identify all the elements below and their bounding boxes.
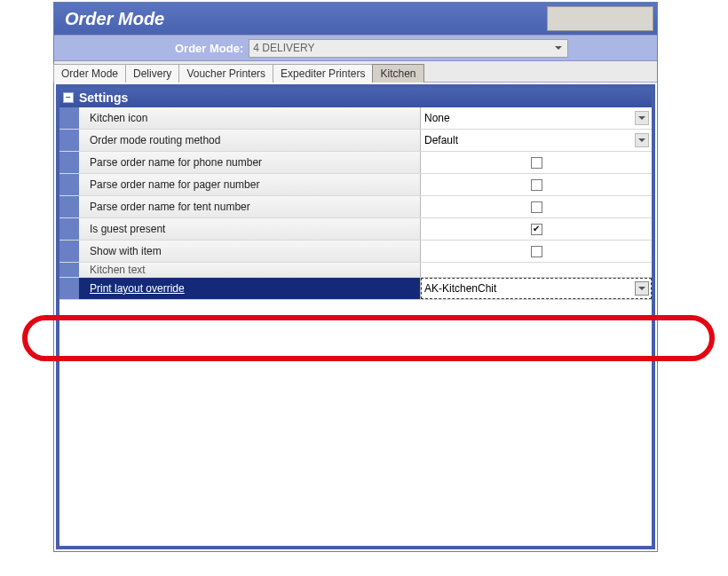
order-mode-label: Order Mode: (175, 42, 243, 55)
row-gutter (59, 218, 79, 240)
value-print-layout-override[interactable]: AK-KitchenChit (421, 278, 652, 299)
label-show-with-item: Show with item (79, 241, 421, 262)
label-routing-method: Order mode routing method (79, 130, 421, 151)
row-kitchen-text: Kitchen text (59, 263, 652, 278)
window-title: Order Mode (65, 9, 164, 29)
chevron-down-icon (635, 133, 649, 147)
order-mode-value: 4 DELIVERY (253, 42, 314, 54)
row-gutter (59, 241, 79, 262)
tab-order-mode[interactable]: Order Mode (53, 64, 126, 83)
tab-row: Order Mode Delivery Voucher Printers Exp… (54, 61, 657, 83)
checkbox-parse-phone[interactable] (531, 157, 542, 169)
value-routing-method[interactable]: Default (421, 130, 652, 151)
value-parse-pager[interactable] (421, 174, 652, 195)
tab-kitchen[interactable]: Kitchen (372, 64, 423, 83)
label-is-guest-present: Is guest present (79, 218, 421, 240)
chevron-down-icon (635, 281, 649, 296)
label-parse-tent: Parse order name for tent number (79, 196, 421, 217)
label-kitchen-text: Kitchen text (79, 263, 421, 277)
label-print-layout-override: Print layout override (79, 278, 421, 299)
row-routing-method: Order mode routing method Default (59, 130, 652, 152)
chevron-down-icon (635, 111, 649, 125)
order-mode-select[interactable]: 4 DELIVERY (249, 39, 568, 58)
routing-method-value: Default (424, 134, 458, 146)
checkbox-show-with-item[interactable] (531, 246, 542, 257)
row-is-guest-present: Is guest present ✔ (59, 218, 652, 241)
row-print-layout-override: Print layout override AK-KitchenChit (59, 278, 652, 300)
order-mode-selector-row: Order Mode: 4 DELIVERY (54, 35, 657, 61)
titlebar: Order Mode (54, 3, 657, 35)
settings-grid: Kitchen icon None Order mode routing met… (59, 107, 652, 300)
value-kitchen-text[interactable] (421, 263, 652, 277)
row-gutter (59, 107, 79, 129)
collapse-icon: − (63, 92, 74, 103)
row-gutter (59, 130, 79, 151)
row-gutter (59, 174, 79, 195)
order-mode-window: Order Mode Order Mode: 4 DELIVERY Order … (53, 2, 658, 552)
row-gutter (59, 196, 79, 217)
print-layout-override-value: AK-KitchenChit (424, 282, 496, 295)
checkbox-parse-tent[interactable] (531, 201, 542, 213)
tab-voucher-printers[interactable]: Voucher Printers (178, 64, 273, 83)
label-parse-phone: Parse order name for phone number (79, 152, 421, 173)
label-parse-pager: Parse order name for pager number (79, 174, 421, 195)
row-parse-pager: Parse order name for pager number (59, 174, 652, 196)
checkbox-is-guest-present[interactable]: ✔ (531, 224, 542, 235)
row-gutter (59, 263, 79, 277)
section-title: Settings (79, 91, 128, 105)
chevron-down-icon (551, 42, 566, 55)
row-gutter (59, 152, 79, 173)
value-parse-tent[interactable] (421, 196, 652, 217)
checkbox-parse-pager[interactable] (531, 179, 542, 191)
label-kitchen-icon: Kitchen icon (79, 107, 421, 129)
value-kitchen-icon[interactable]: None (421, 107, 652, 129)
row-kitchen-icon: Kitchen icon None (59, 107, 652, 130)
title-right-panel (547, 6, 653, 31)
row-gutter (59, 278, 79, 299)
tab-delivery[interactable]: Delivery (125, 64, 179, 83)
row-parse-tent: Parse order name for tent number (59, 196, 652, 218)
section-header-settings[interactable]: − Settings (59, 88, 652, 107)
value-is-guest-present[interactable]: ✔ (421, 218, 652, 240)
content-panel: − Settings Kitchen icon None Order mode … (56, 84, 655, 549)
row-parse-phone: Parse order name for phone number (59, 152, 652, 174)
kitchen-icon-value: None (424, 112, 450, 124)
row-show-with-item: Show with item (59, 241, 652, 263)
value-show-with-item[interactable] (421, 241, 652, 262)
tab-expediter-printers[interactable]: Expediter Printers (273, 64, 373, 83)
value-parse-phone[interactable] (421, 152, 652, 173)
empty-area (59, 300, 652, 546)
